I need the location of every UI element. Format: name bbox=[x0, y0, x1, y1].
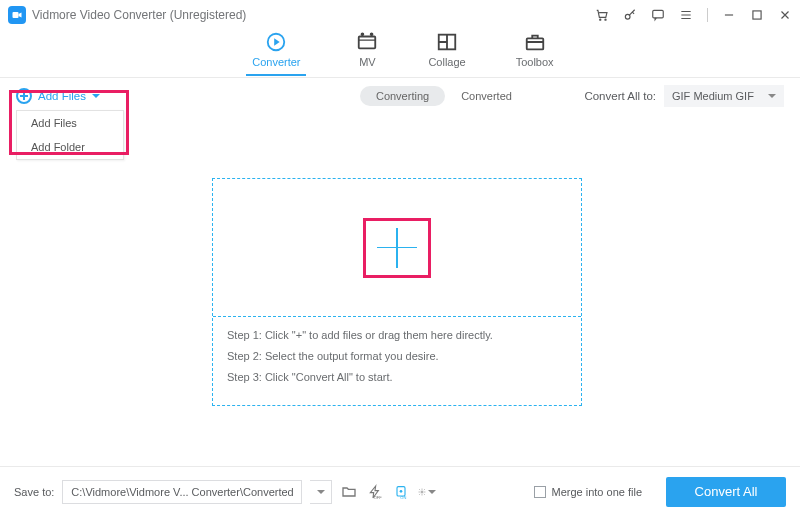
convert-all-button[interactable]: Convert All bbox=[666, 477, 786, 507]
save-to-label: Save to: bbox=[14, 486, 54, 498]
output-path-dropdown[interactable] bbox=[310, 480, 332, 504]
tab-label: Collage bbox=[428, 56, 465, 68]
step-3-text: Step 3: Click "Convert All" to start. bbox=[227, 367, 567, 388]
titlebar-divider bbox=[707, 8, 708, 22]
midbar: Add Files Converting Converted Convert A… bbox=[0, 78, 800, 114]
dropdown-add-files[interactable]: Add Files bbox=[17, 111, 123, 135]
app-logo-icon bbox=[8, 6, 26, 24]
svg-rect-4 bbox=[653, 10, 664, 18]
svg-text:ON: ON bbox=[401, 495, 407, 500]
converter-icon bbox=[265, 32, 287, 52]
svg-rect-11 bbox=[526, 38, 543, 49]
svg-point-1 bbox=[600, 19, 601, 20]
chevron-down-icon bbox=[317, 490, 325, 494]
maximize-icon[interactable] bbox=[750, 8, 764, 22]
svg-point-8 bbox=[362, 33, 364, 35]
annotation-highlight-plus bbox=[363, 218, 431, 278]
open-folder-button[interactable] bbox=[340, 483, 358, 501]
checkbox-icon bbox=[534, 486, 546, 498]
svg-text:OFF: OFF bbox=[374, 495, 383, 500]
svg-point-9 bbox=[371, 33, 373, 35]
cart-icon[interactable] bbox=[595, 8, 609, 22]
merge-label: Merge into one file bbox=[552, 486, 643, 498]
main-tabs: Converter MV Collage Toolbox bbox=[0, 30, 800, 78]
svg-point-14 bbox=[400, 490, 403, 493]
mv-icon bbox=[356, 32, 378, 52]
hw-accel-off-icon[interactable]: OFF bbox=[366, 483, 384, 501]
format-selected-value: GIF Medium GIF bbox=[672, 90, 754, 102]
toolbox-icon bbox=[524, 32, 546, 52]
key-icon[interactable] bbox=[623, 8, 637, 22]
close-icon[interactable] bbox=[778, 8, 792, 22]
collage-icon bbox=[436, 32, 458, 52]
menu-icon[interactable] bbox=[679, 8, 693, 22]
add-files-dropdown: Add Files Add Folder bbox=[16, 110, 124, 160]
svg-point-2 bbox=[605, 19, 606, 20]
svg-rect-0 bbox=[13, 12, 19, 18]
merge-checkbox[interactable]: Merge into one file bbox=[534, 486, 643, 498]
big-plus-icon[interactable] bbox=[377, 228, 417, 268]
high-speed-on-icon[interactable]: ON bbox=[392, 483, 410, 501]
output-path-value: C:\Vidmore\Vidmore V... Converter\Conver… bbox=[71, 486, 293, 498]
svg-rect-7 bbox=[359, 37, 376, 49]
tab-toolbox[interactable]: Toolbox bbox=[516, 30, 554, 68]
add-files-label: Add Files bbox=[38, 90, 86, 102]
titlebar: Vidmore Video Converter (Unregistered) bbox=[0, 0, 800, 30]
bottombar: Save to: C:\Vidmore\Vidmore V... Convert… bbox=[0, 466, 800, 516]
chevron-down-icon bbox=[428, 490, 436, 494]
instruction-steps: Step 1: Click "+" to add files or drag t… bbox=[213, 317, 581, 396]
chevron-down-icon bbox=[92, 94, 100, 98]
tab-collage[interactable]: Collage bbox=[428, 30, 465, 68]
step-2-text: Step 2: Select the output format you des… bbox=[227, 346, 567, 367]
tab-label: MV bbox=[359, 56, 376, 68]
file-dropzone[interactable]: Step 1: Click "+" to add files or drag t… bbox=[212, 178, 582, 406]
tab-label: Converter bbox=[252, 56, 300, 68]
tab-converter[interactable]: Converter bbox=[246, 30, 306, 76]
plus-circle-icon bbox=[16, 88, 32, 104]
output-format-select[interactable]: GIF Medium GIF bbox=[664, 85, 784, 107]
settings-gear-button[interactable] bbox=[418, 483, 436, 501]
status-segmented: Converting Converted bbox=[360, 86, 528, 106]
output-path-field[interactable]: C:\Vidmore\Vidmore V... Converter\Conver… bbox=[62, 480, 302, 504]
tab-mv[interactable]: MV bbox=[356, 30, 378, 68]
step-1-text: Step 1: Click "+" to add files or drag t… bbox=[227, 325, 567, 346]
chevron-down-icon bbox=[768, 94, 776, 98]
minimize-icon[interactable] bbox=[722, 8, 736, 22]
feedback-icon[interactable] bbox=[651, 8, 665, 22]
svg-point-16 bbox=[421, 491, 423, 493]
window-title: Vidmore Video Converter (Unregistered) bbox=[32, 8, 246, 22]
converted-segment[interactable]: Converted bbox=[445, 86, 528, 106]
converting-segment[interactable]: Converting bbox=[360, 86, 445, 106]
svg-rect-5 bbox=[753, 11, 761, 19]
dropdown-add-folder[interactable]: Add Folder bbox=[17, 135, 123, 159]
tab-label: Toolbox bbox=[516, 56, 554, 68]
add-files-button[interactable]: Add Files bbox=[16, 88, 100, 104]
convert-all-to-label: Convert All to: bbox=[584, 90, 656, 102]
